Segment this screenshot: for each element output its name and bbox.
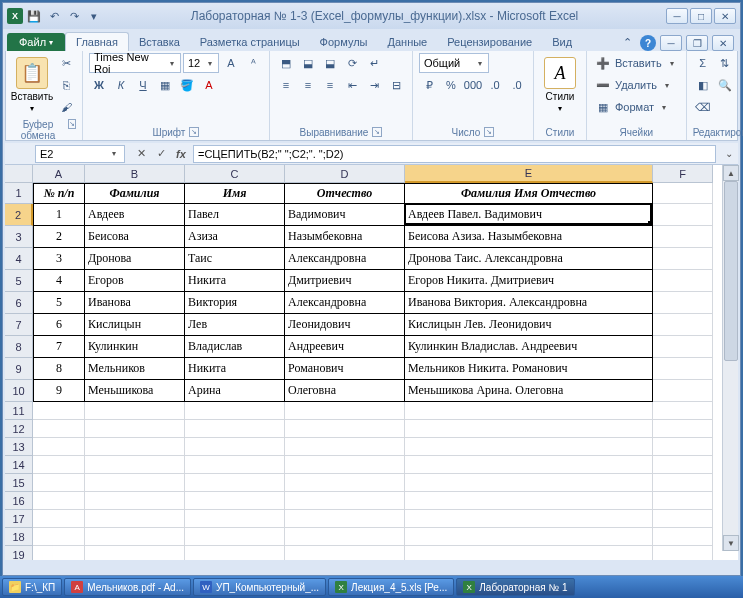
cell[interactable]: Мельников Никита. Романович xyxy=(405,358,653,380)
cell[interactable] xyxy=(33,402,85,420)
border-icon[interactable]: ▦ xyxy=(155,75,175,95)
row-header[interactable]: 3 xyxy=(5,226,33,248)
cell[interactable]: Романович xyxy=(285,358,405,380)
help-icon[interactable]: ? xyxy=(640,35,656,51)
column-header[interactable]: D xyxy=(285,165,405,183)
cell[interactable] xyxy=(405,510,653,528)
align-middle-icon[interactable]: ⬓ xyxy=(298,53,318,73)
autosum-icon[interactable]: Σ xyxy=(693,53,713,73)
ribbon-tab-6[interactable]: Вид xyxy=(542,33,582,51)
cell[interactable] xyxy=(85,420,185,438)
cell[interactable] xyxy=(85,492,185,510)
workbook-close-button[interactable]: ✕ xyxy=(712,35,734,51)
styles-button[interactable]: A Стили ▾ xyxy=(540,53,580,117)
find-icon[interactable]: 🔍 xyxy=(715,75,735,95)
row-header[interactable]: 4 xyxy=(5,248,33,270)
row-header[interactable]: 1 xyxy=(5,183,33,204)
cell[interactable] xyxy=(653,183,713,204)
dialog-launcher-icon[interactable]: ↘ xyxy=(372,127,382,137)
cell[interactable] xyxy=(405,546,653,560)
select-all-corner[interactable] xyxy=(5,165,33,183)
row-header[interactable]: 9 xyxy=(5,358,33,380)
font-color-icon[interactable]: A xyxy=(199,75,219,95)
ribbon-tab-3[interactable]: Формулы xyxy=(310,33,378,51)
cell[interactable]: Беисова Азиза. Назымбековна xyxy=(405,226,653,248)
row-header[interactable]: 11 xyxy=(5,402,33,420)
merge-icon[interactable]: ⊟ xyxy=(386,75,406,95)
cut-icon[interactable]: ✂ xyxy=(56,53,76,73)
cell[interactable] xyxy=(653,380,713,402)
dialog-launcher-icon[interactable]: ↘ xyxy=(68,119,76,129)
format-painter-icon[interactable]: 🖌 xyxy=(56,97,76,117)
cell[interactable] xyxy=(653,270,713,292)
cell[interactable]: Меньшикова Арина. Олеговна xyxy=(405,380,653,402)
enter-formula-icon[interactable]: ✓ xyxy=(151,145,171,163)
cell[interactable] xyxy=(285,528,405,546)
workbook-restore-button[interactable]: ❐ xyxy=(686,35,708,51)
column-header[interactable]: C xyxy=(185,165,285,183)
cell[interactable] xyxy=(185,456,285,474)
cell[interactable]: 6 xyxy=(33,314,85,336)
row-header[interactable]: 6 xyxy=(5,292,33,314)
column-header[interactable]: E xyxy=(405,165,653,183)
cell[interactable]: Андреевич xyxy=(285,336,405,358)
fill-color-icon[interactable]: 🪣 xyxy=(177,75,197,95)
row-header[interactable]: 19 xyxy=(5,546,33,560)
delete-cells-button[interactable]: ➖Удалить▾ xyxy=(593,75,680,95)
row-header[interactable]: 12 xyxy=(5,420,33,438)
insert-function-button[interactable]: fx xyxy=(171,145,191,163)
sort-icon[interactable]: ⇅ xyxy=(715,53,735,73)
taskbar-item[interactable]: AМельников.pdf - Ad... xyxy=(64,578,191,596)
cell[interactable]: Беисова xyxy=(85,226,185,248)
cell[interactable] xyxy=(653,402,713,420)
ribbon-tab-0[interactable]: Главная xyxy=(65,32,129,51)
row-header[interactable]: 8 xyxy=(5,336,33,358)
taskbar-item[interactable]: WУП_Компьютерный_... xyxy=(193,578,326,596)
row-header[interactable]: 7 xyxy=(5,314,33,336)
dialog-launcher-icon[interactable]: ↘ xyxy=(189,127,199,137)
cell[interactable] xyxy=(285,510,405,528)
cell[interactable] xyxy=(653,474,713,492)
cell[interactable] xyxy=(85,438,185,456)
scroll-thumb[interactable] xyxy=(724,181,738,361)
cell[interactable]: 1 xyxy=(33,204,85,226)
decrease-decimal-icon[interactable]: .0 xyxy=(507,75,527,95)
cell[interactable]: Авдеев Павел. Вадимович xyxy=(405,204,653,226)
cell[interactable]: 2 xyxy=(33,226,85,248)
cell[interactable]: Иванова xyxy=(85,292,185,314)
cell[interactable] xyxy=(405,528,653,546)
cell[interactable]: Фамилия xyxy=(85,183,185,204)
cell[interactable]: Кулинкин Владислав. Андреевич xyxy=(405,336,653,358)
decrease-indent-icon[interactable]: ⇤ xyxy=(342,75,362,95)
cell[interactable] xyxy=(653,204,713,226)
align-left-icon[interactable]: ≡ xyxy=(276,75,296,95)
shrink-font-icon[interactable]: ᴬ xyxy=(243,53,263,73)
cell[interactable]: Отчество xyxy=(285,183,405,204)
cell[interactable] xyxy=(185,474,285,492)
qat-save-icon[interactable]: 💾 xyxy=(25,7,43,25)
cell[interactable]: Дронова Таис. Александровна xyxy=(405,248,653,270)
wrap-text-icon[interactable]: ↵ xyxy=(364,53,384,73)
taskbar-item[interactable]: XЛабораторная № 1 xyxy=(456,578,574,596)
cell[interactable] xyxy=(653,528,713,546)
cell[interactable] xyxy=(285,546,405,560)
cell[interactable]: Фамилия Имя Отчество xyxy=(405,183,653,204)
currency-icon[interactable]: ₽ xyxy=(419,75,439,95)
cell[interactable]: 3 xyxy=(33,248,85,270)
cell[interactable] xyxy=(653,438,713,456)
cell[interactable] xyxy=(653,336,713,358)
cell[interactable]: Александровна xyxy=(285,248,405,270)
cell[interactable] xyxy=(285,492,405,510)
cell[interactable]: Никита xyxy=(185,270,285,292)
cell[interactable] xyxy=(85,474,185,492)
comma-icon[interactable]: 000 xyxy=(463,75,483,95)
workbook-minimize-button[interactable]: ─ xyxy=(660,35,682,51)
insert-cells-button[interactable]: ➕Вставить▾ xyxy=(593,53,680,73)
orientation-icon[interactable]: ⟳ xyxy=(342,53,362,73)
underline-button[interactable]: Ч xyxy=(133,75,153,95)
fill-icon[interactable]: ◧ xyxy=(693,75,713,95)
font-family-combo[interactable]: Times New Roi▾ xyxy=(89,53,181,73)
cell[interactable] xyxy=(285,420,405,438)
cell[interactable]: Азиза xyxy=(185,226,285,248)
cell[interactable] xyxy=(405,492,653,510)
